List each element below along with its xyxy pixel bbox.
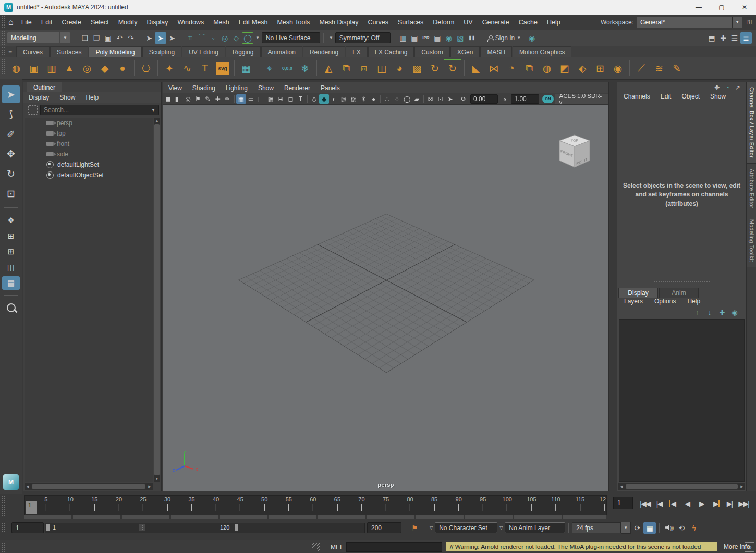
lattice-icon[interactable]: ⊞	[591, 59, 609, 77]
subdivide-icon[interactable]: ▩	[408, 59, 426, 77]
shelf-tab[interactable]: FX	[346, 46, 367, 57]
character-set-field[interactable]: No Character Set	[435, 522, 497, 533]
bookmark-icon[interactable]: ⚑	[193, 94, 203, 104]
lock-camera-icon[interactable]: ◧	[173, 94, 183, 104]
snap-to-point-icon[interactable]: ◦	[208, 32, 219, 44]
texture-view-icon[interactable]: ▧	[455, 32, 466, 44]
workspace-dropdown-arrow[interactable]: ▼	[733, 17, 742, 28]
sidebar-tab[interactable]: Modeling Toolkit	[747, 214, 756, 268]
shelf-icons-grip[interactable]	[2, 58, 6, 74]
range-slider-inner[interactable]	[46, 524, 238, 531]
freeze-transform-icon[interactable]: ❄	[296, 59, 314, 77]
shelf-menu-icon[interactable]: ≡	[8, 49, 12, 56]
current-frame-marker[interactable]: 1	[26, 501, 37, 514]
go-to-start-button[interactable]: |◀◀	[638, 496, 652, 511]
layer-editor-tab[interactable]: Anim	[659, 288, 699, 298]
viewport-menu-item[interactable]: Lighting	[221, 84, 253, 92]
boolean-icon[interactable]: ◭	[320, 59, 337, 77]
menu-item[interactable]: Mesh	[209, 19, 234, 26]
layer-list[interactable]	[619, 319, 745, 482]
lasso-select-tool[interactable]: ⟆	[2, 105, 20, 123]
current-frame-field[interactable]: 1	[613, 497, 633, 509]
shelf-tab[interactable]: Motion Graphics	[513, 46, 571, 57]
outliner-item[interactable]: defaultLightSet	[25, 159, 153, 170]
shelf-tab[interactable]: MASH	[480, 46, 512, 57]
gamma-field[interactable]: 1.00	[511, 94, 539, 104]
animation-start-field[interactable]: 1	[11, 522, 44, 533]
outliner-item[interactable]: top	[25, 128, 153, 139]
sphere-grid-icon[interactable]: ◉	[609, 59, 627, 77]
poly-cube-icon[interactable]: ▣	[25, 59, 43, 77]
selection-cursor-icon[interactable]: ➤	[445, 94, 455, 104]
shelf-icon[interactable]	[157, 60, 158, 76]
bookmark-add-icon[interactable]: ⚑	[408, 524, 421, 532]
shelf-icon[interactable]	[234, 60, 235, 76]
exposure-field[interactable]: 0.00	[470, 94, 498, 104]
menubar-grip[interactable]	[2, 16, 6, 29]
poly-disc-icon[interactable]: ●	[114, 59, 131, 77]
flat-shade-icon[interactable]: ◐	[329, 94, 339, 104]
menu-item[interactable]: Cache	[514, 19, 542, 26]
fps-select[interactable]: 24 fps	[572, 522, 621, 533]
menu-item[interactable]: Surfaces	[393, 19, 428, 26]
svg-icon[interactable]: svg	[216, 62, 229, 75]
flip-icon[interactable]: ⬖	[574, 59, 591, 77]
warning-message[interactable]: // Warning: Arnold renderer not loaded. …	[446, 542, 717, 551]
ipr-render-icon[interactable]: IPR	[420, 32, 432, 44]
layer-menu-item[interactable]: Help	[681, 298, 706, 305]
graph-editor-icon[interactable]: ↗	[733, 83, 743, 92]
play-forwards-button[interactable]: ▶	[694, 496, 709, 511]
poly-cylinder-icon[interactable]: ▥	[43, 59, 60, 77]
view-transform-toggle[interactable]: ON	[542, 95, 554, 103]
layout-four-pane-a[interactable]: ⊞	[2, 229, 20, 243]
snap-options-arrow[interactable]: ▼	[255, 35, 260, 40]
live-surface-field[interactable]: No Live Surface	[262, 32, 320, 43]
make-live-icon[interactable]: ◯	[242, 32, 253, 44]
close-button[interactable]: ✕	[733, 0, 756, 15]
textured-icon[interactable]: ▧	[339, 94, 349, 104]
menu-set-dropdown-arrow[interactable]: ▼	[59, 32, 70, 43]
time-ruler[interactable]: 5101520253035404550556065707580859095100…	[24, 495, 607, 515]
select-object-icon[interactable]: ➤	[155, 32, 166, 44]
range-end-handle[interactable]	[235, 524, 238, 531]
snap-to-curve-icon[interactable]: ⌒	[196, 32, 208, 44]
layer-menu-item[interactable]: Options	[649, 298, 681, 305]
poly-text-icon[interactable]: T	[196, 59, 214, 77]
hypershade-icon[interactable]: ◉	[443, 32, 455, 44]
modeling-toolkit-grid-icon[interactable]: ▦	[237, 59, 255, 77]
gamma-icon[interactable]: ◑	[499, 94, 509, 104]
anim-layer-field[interactable]: No Anim Layer	[505, 522, 565, 533]
show-channel-box-icon[interactable]: ☰	[729, 32, 740, 44]
isolate-select-icon[interactable]: ◯	[402, 94, 412, 104]
center-pivot-icon[interactable]: ⌖	[261, 59, 278, 77]
move-layer-up-icon[interactable]: ↑	[691, 308, 703, 317]
separate-icon[interactable]: ⧈	[355, 59, 373, 77]
mirror-icon[interactable]: ◫	[373, 59, 391, 77]
super-shape-icon[interactable]: ✦	[161, 59, 178, 77]
outliner-search-input[interactable]: Search... ▼	[40, 105, 159, 115]
extrude-icon[interactable]: ↻	[444, 59, 461, 77]
menu-item[interactable]: Create	[57, 19, 86, 26]
show-character-controls-icon[interactable]: ✚	[717, 32, 729, 44]
wedge-icon[interactable]: ◔	[503, 59, 520, 77]
sidebar-tab[interactable]: Attribute Editor	[747, 164, 756, 214]
xgen-orb-icon[interactable]: ◉	[526, 32, 538, 44]
shelf-icon[interactable]	[134, 60, 135, 76]
snap-icon[interactable]: ✚	[213, 94, 223, 104]
select-component-icon[interactable]: ➤	[166, 32, 178, 44]
shelf-tab[interactable]: FX Caching	[368, 46, 414, 57]
panel-splitter[interactable]	[654, 281, 710, 282]
viewport-menu-item[interactable]: Renderer	[279, 84, 315, 92]
view-cube[interactable]: TOP FRONT RIGHT	[555, 133, 594, 174]
safe-action-icon[interactable]: ◻	[286, 94, 296, 104]
menu-item[interactable]: Edit Mesh	[234, 19, 273, 26]
use-default-material-icon[interactable]: ▨	[349, 94, 359, 104]
scale-tool[interactable]: ⊡	[2, 185, 20, 202]
pause-viewport-icon[interactable]: ❚❚	[466, 32, 478, 44]
auto-keyframe-icon[interactable]: ⟲	[675, 524, 688, 532]
ambient-occlusion-icon[interactable]: ∴	[382, 94, 392, 104]
script-editor-icon[interactable]: {;}	[745, 542, 754, 552]
loop-mode-icon[interactable]: ⟳	[631, 524, 643, 532]
show-layer-editor-icon[interactable]: ≣	[740, 32, 752, 44]
menu-item[interactable]: Select	[86, 19, 114, 26]
